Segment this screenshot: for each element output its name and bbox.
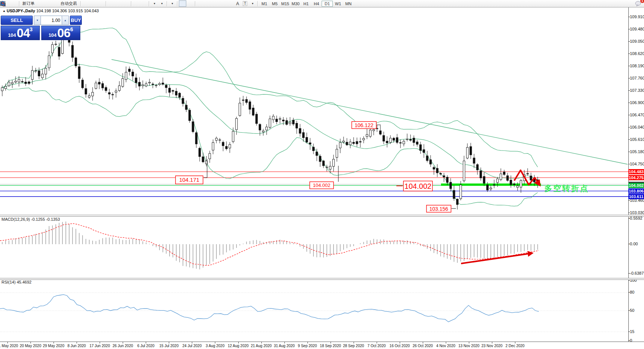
candle	[105, 87, 107, 91]
candle	[15, 81, 16, 82]
search-icon[interactable]	[626, 0, 634, 7]
zoom-out-icon[interactable]	[115, 0, 122, 7]
chart-shift-icon[interactable]	[140, 0, 148, 7]
strategy-tester-icon[interactable]	[52, 0, 59, 7]
channel-tool[interactable]: E	[219, 0, 226, 7]
arrows-tool[interactable]: ▼	[249, 0, 256, 7]
volume-down-button[interactable]: ▼	[34, 16, 41, 25]
terminal-icon[interactable]	[44, 0, 52, 7]
candle	[476, 165, 478, 170]
macd-tick--0.6387: -0.6387	[630, 271, 644, 275]
timeframe-M5[interactable]: M5	[270, 1, 280, 6]
candle	[28, 82, 30, 83]
price-label-104.002[interactable]: 104.002	[403, 181, 432, 191]
price-label-106.122[interactable]: 106.122	[352, 122, 376, 129]
timeframe-H1[interactable]: H1	[301, 1, 311, 6]
candle	[490, 188, 492, 189]
candle	[369, 130, 371, 136]
price-label-104.002[interactable]: 104.002	[310, 182, 334, 189]
text-tool[interactable]: A	[234, 0, 241, 7]
candle	[439, 173, 441, 174]
price-chart[interactable]: 104.171104.002104.002106.122103.156多空转折点	[0, 7, 628, 215]
volume-up-button[interactable]: ▲	[62, 16, 69, 25]
zoom-in-icon[interactable]	[107, 0, 115, 7]
price-tick-106.470: 106.470	[630, 113, 644, 117]
new-order-button[interactable]: 新订单	[21, 0, 37, 7]
candle	[513, 184, 515, 185]
candle	[296, 123, 297, 128]
sell-button[interactable]: SELL	[1, 16, 33, 25]
panel-separator[interactable]	[0, 278, 644, 280]
cursor-tool[interactable]	[179, 0, 186, 7]
candle	[299, 129, 301, 133]
vline-tool[interactable]	[197, 0, 204, 7]
candle	[168, 88, 170, 93]
timeframe-M30[interactable]: M30	[290, 1, 301, 6]
price-label-104.171[interactable]: 104.171	[176, 176, 203, 184]
candle	[212, 142, 214, 150]
date-label: 6 Jul 2020	[137, 344, 154, 348]
autotrading-button[interactable]: 自动交易	[59, 0, 79, 7]
crosshair-tool[interactable]	[186, 0, 194, 7]
tile-windows-icon[interactable]	[122, 0, 130, 7]
trendline-tool[interactable]	[212, 0, 219, 7]
data-window-icon[interactable]	[10, 0, 18, 7]
date-tick	[354, 342, 354, 343]
date-tick	[146, 342, 146, 343]
templates-icon[interactable]: ▼	[168, 0, 176, 7]
price-tick-108.620: 108.620	[630, 51, 644, 56]
candle	[98, 82, 100, 84]
candle	[239, 103, 241, 116]
candle	[352, 142, 354, 143]
chat-icon[interactable]: 1	[635, 0, 643, 7]
candle	[406, 139, 408, 140]
metaeditor-icon[interactable]	[37, 0, 44, 7]
price-tick-106.900: 106.900	[630, 100, 644, 105]
candle	[419, 145, 421, 151]
annotation-note[interactable]: 多空转折点	[544, 184, 589, 193]
candle	[112, 94, 113, 95]
candle	[178, 93, 180, 97]
price-label-103.156[interactable]: 103.156	[426, 205, 451, 212]
rsi-panel[interactable]	[0, 279, 628, 342]
candle	[41, 74, 43, 78]
indicators-icon[interactable]: ▼	[151, 0, 158, 7]
timeframe-M1[interactable]: M1	[259, 1, 270, 6]
candle	[282, 120, 284, 121]
date-label: 31 Aug 2020	[274, 344, 295, 348]
buy-price[interactable]: 104 06 6	[41, 26, 80, 40]
candle	[21, 81, 23, 82]
candle	[255, 114, 257, 123]
timeframe-D1[interactable]: D1	[322, 1, 333, 7]
hline-tool[interactable]	[204, 0, 212, 7]
buy-button[interactable]: BUY	[70, 16, 82, 25]
bollinger-lower	[2, 88, 538, 206]
line-chart-type-icon[interactable]	[97, 0, 104, 7]
candle	[429, 160, 431, 164]
auto-scroll-icon[interactable]	[133, 0, 140, 7]
periods-icon[interactable]: ▼	[158, 0, 165, 7]
timeframe-MN[interactable]: MN	[343, 1, 354, 6]
timeframe-M15[interactable]: M15	[280, 1, 290, 6]
volume-input[interactable]: 1.00	[41, 16, 62, 25]
candle	[356, 142, 358, 144]
autotrading-label: 自动交易	[60, 1, 78, 6]
fibonacci-tool[interactable]: F	[226, 0, 234, 7]
timeframe-W1[interactable]: W1	[333, 1, 343, 6]
macd-panel[interactable]	[0, 216, 628, 278]
date-label: 24 Jul 2020	[183, 344, 202, 348]
zigzag-arrow[interactable]	[514, 170, 540, 185]
candle	[195, 133, 197, 144]
timeframe-H4[interactable]: H4	[311, 1, 322, 6]
candle-chart-type-icon[interactable]	[90, 0, 97, 7]
panel-separator[interactable]	[0, 215, 644, 217]
sell-price[interactable]: 104 04 3	[1, 26, 40, 40]
svg-text:104.002: 104.002	[405, 182, 431, 190]
candle	[125, 72, 127, 80]
bar-chart-type-icon[interactable]	[82, 0, 90, 7]
date-label: 8 Jun 2020	[67, 344, 86, 348]
text-label-tool[interactable]: T	[241, 0, 249, 7]
time-axis[interactable]: 11 May 202020 May 202029 May 20208 Jun 2…	[0, 342, 644, 349]
macd-trend-arrow[interactable]	[461, 253, 532, 264]
candle	[359, 142, 361, 142]
